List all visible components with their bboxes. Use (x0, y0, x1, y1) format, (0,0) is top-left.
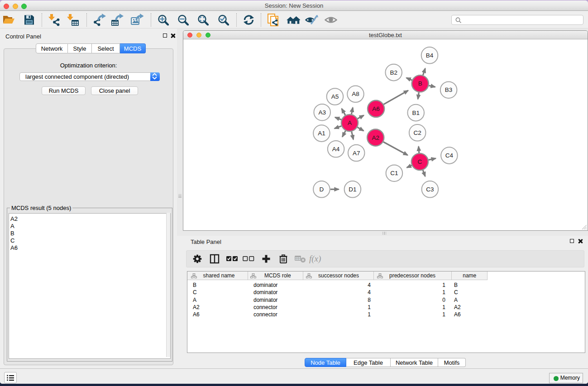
svg-text:D1: D1 (349, 186, 356, 193)
svg-text:C3: C3 (426, 186, 434, 193)
svg-text:B3: B3 (445, 86, 453, 93)
svg-text:C2: C2 (414, 129, 421, 136)
svg-text:B1: B1 (412, 110, 420, 116)
svg-text:A5: A5 (331, 93, 339, 100)
svg-text:A7: A7 (353, 150, 360, 157)
svg-text:A: A (348, 119, 352, 126)
svg-text:C4: C4 (445, 152, 454, 159)
svg-text:D: D (320, 186, 324, 193)
svg-text:A8: A8 (352, 91, 359, 97)
svg-text:B: B (418, 80, 422, 87)
svg-text:A3: A3 (318, 109, 326, 116)
svg-text:C1: C1 (390, 170, 398, 176)
svg-text:B2: B2 (390, 69, 397, 76)
svg-text:A2: A2 (372, 134, 379, 141)
svg-text:C: C (418, 158, 422, 165)
svg-text:A4: A4 (332, 146, 340, 152)
svg-text:A6: A6 (372, 105, 380, 112)
svg-text:B4: B4 (426, 52, 434, 59)
svg-text:A1: A1 (318, 130, 325, 137)
